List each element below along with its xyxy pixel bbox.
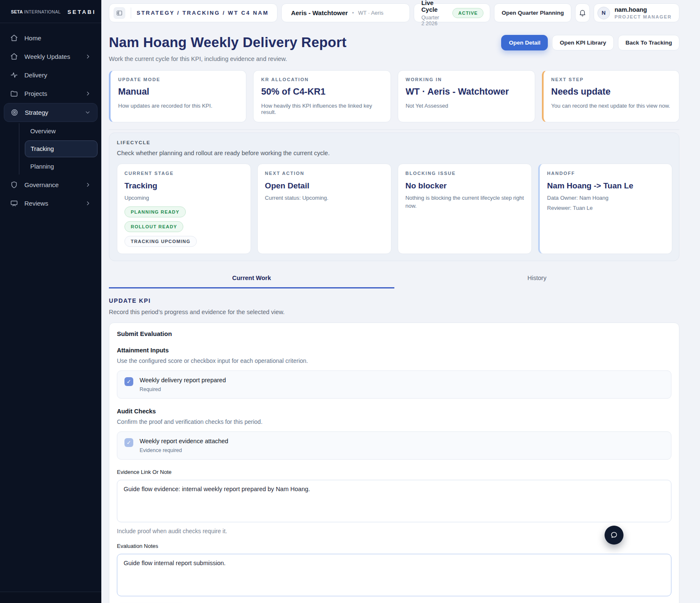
audit-check-text: Weekly report evidence attached Evidence… bbox=[140, 438, 228, 453]
update-mode-card: UPDATE MODE Manual How updates are recor… bbox=[109, 70, 246, 122]
attainment-inputs-title: Attainment Inputs bbox=[117, 347, 671, 354]
attainment-inputs-desc: Use the configured score or checkbox inp… bbox=[117, 357, 671, 364]
sidebar-footer bbox=[0, 592, 101, 603]
card-label: BLOCKING ISSUE bbox=[405, 171, 524, 176]
check-sub: Evidence required bbox=[140, 447, 228, 453]
user-role: PROJECT MANAGER bbox=[615, 14, 672, 19]
live-cycle-title: Live Cycle bbox=[421, 0, 442, 13]
avatar: N bbox=[597, 7, 610, 19]
audit-checkbox[interactable]: ✓ bbox=[124, 438, 133, 447]
tab-current-work[interactable]: Current Work bbox=[109, 270, 394, 288]
live-cycle-text: Live Cycle Quarter 2 2026 bbox=[421, 0, 442, 26]
sidebar-item-label: Weekly Updates bbox=[24, 53, 70, 60]
card-value: No blocker bbox=[405, 181, 524, 190]
divider bbox=[131, 8, 131, 19]
user-menu[interactable]: N nam.hoang PROJECT MANAGER bbox=[594, 3, 680, 22]
sidebar-item-overview[interactable]: Overview bbox=[25, 123, 98, 139]
card-label: CURRENT STAGE bbox=[124, 171, 243, 176]
weekly-updates-icon bbox=[10, 53, 18, 61]
rollout-ready-badge: ROLLOUT READY bbox=[124, 221, 183, 232]
delivery-activity-icon bbox=[10, 71, 18, 79]
section-divider bbox=[109, 130, 679, 130]
sidebar-item-planning[interactable]: Planning bbox=[25, 159, 98, 175]
card-desc: Current status: Upcoming. bbox=[265, 194, 384, 202]
main-content: STRATEGY / TRACKING / WT C4 NAM Aeris - … bbox=[101, 0, 700, 603]
kr-allocation-card: KR ALLOCATION 50% of C4-KR1 How heavily … bbox=[253, 70, 391, 122]
projects-folder-icon bbox=[10, 90, 18, 98]
handoff-card: HANDOFF Nam Hoang -> Tuan Le Data Owner:… bbox=[538, 164, 672, 254]
sidebar-item-tracking[interactable]: Tracking bbox=[25, 140, 98, 157]
sidebar-item-home[interactable]: Home bbox=[4, 29, 98, 47]
page-subtitle: Work the current cycle for this KPI, inc… bbox=[109, 56, 679, 62]
audit-checks-desc: Confirm the proof and verification check… bbox=[117, 418, 671, 425]
sidebar-item-label: Strategy bbox=[25, 109, 48, 116]
view-selector[interactable]: Aeris - Watchtower • WT · Aeris bbox=[281, 3, 410, 22]
update-kpi-heading: UPDATE KPI bbox=[109, 297, 679, 304]
update-kpi-desc: Record this period’s progress and eviden… bbox=[109, 309, 679, 315]
tracking-upcoming-badge: TRACKING UPCOMING bbox=[124, 236, 197, 247]
sidebar-collapse-button[interactable] bbox=[114, 7, 125, 19]
view-name: Aeris - Watchtower bbox=[291, 9, 348, 16]
evaluation-notes-input[interactable]: Guide flow internal report submission. bbox=[117, 554, 671, 596]
brand-logo-row: SETA INTERNATIONAL SETABI bbox=[0, 0, 101, 23]
card-desc: You can record the next update for this … bbox=[551, 103, 671, 109]
sidebar-nav: Home Weekly Updates Delivery Projects bbox=[0, 23, 101, 213]
check-sub: Required bbox=[140, 386, 226, 392]
sidebar-item-governance[interactable]: Governance bbox=[4, 176, 98, 194]
bell-icon bbox=[578, 9, 586, 17]
top-bar: STRATEGY / TRACKING / WT C4 NAM Aeris - … bbox=[109, 3, 679, 22]
page-title: Nam Hoang Weekly Delivery Report bbox=[109, 34, 346, 50]
view-separator-dot: • bbox=[352, 10, 354, 16]
evaluation-form: Submit Evaluation Attainment Inputs Use … bbox=[109, 323, 679, 603]
evidence-helper: Include proof when audit checks require … bbox=[117, 528, 671, 534]
sidebar-item-strategy[interactable]: Strategy bbox=[4, 103, 98, 122]
sidebar-item-label: Home bbox=[24, 34, 41, 42]
company-name: SETA INTERNATIONAL bbox=[11, 9, 61, 14]
planning-ready-badge: PLANNING READY bbox=[124, 206, 186, 217]
card-value: Manual bbox=[118, 87, 238, 97]
user-info: nam.hoang PROJECT MANAGER bbox=[615, 6, 672, 19]
card-value: WT · Aeris - Watchtower bbox=[406, 87, 527, 97]
open-quarter-planning-button[interactable]: Open Quarter Planning bbox=[494, 3, 571, 22]
card-label: UPDATE MODE bbox=[118, 77, 238, 82]
lifecycle-desc: Check whether planning and rollout are r… bbox=[117, 150, 672, 156]
blocking-issue-card: BLOCKING ISSUE No blocker Nothing is blo… bbox=[398, 164, 532, 254]
card-value: Nam Hoang -> Tuan Le bbox=[547, 181, 665, 190]
sidebar-item-label: Projects bbox=[24, 90, 47, 97]
back-to-tracking-button[interactable]: Back To Tracking bbox=[618, 35, 680, 50]
evidence-input[interactable]: Guide flow evidence: internal weekly rep… bbox=[117, 480, 671, 522]
open-detail-button[interactable]: Open Detail bbox=[501, 35, 548, 50]
governance-shield-icon bbox=[10, 181, 18, 189]
card-label: HANDOFF bbox=[547, 171, 665, 176]
attainment-check-text: Weekly delivery report prepared Required bbox=[140, 377, 226, 392]
live-cycle-card: Live Cycle Quarter 2 2026 ACTIVE bbox=[414, 3, 490, 22]
sidebar-item-weekly-updates[interactable]: Weekly Updates bbox=[4, 48, 98, 66]
user-name: nam.hoang bbox=[615, 6, 672, 13]
sidebar-item-delivery[interactable]: Delivery bbox=[4, 66, 98, 84]
sidebar-item-reviews[interactable]: Reviews bbox=[4, 194, 98, 212]
chat-fab-button[interactable] bbox=[605, 526, 623, 545]
stage-badges: PLANNING READY ROLLOUT READY TRACKING UP… bbox=[124, 206, 243, 247]
audit-check-row: ✓ Weekly report evidence attached Eviden… bbox=[117, 431, 671, 460]
strategy-submenu: Overview Tracking Planning bbox=[19, 123, 98, 175]
sidebar: SETA INTERNATIONAL SETABI Home Weekly Up… bbox=[0, 0, 101, 603]
tab-history[interactable]: History bbox=[394, 270, 680, 288]
open-kpi-library-button[interactable]: Open KPI Library bbox=[552, 35, 613, 50]
company-name-suffix: INTERNATIONAL bbox=[24, 9, 61, 14]
breadcrumb: STRATEGY / TRACKING / WT C4 NAM bbox=[137, 10, 269, 16]
card-value: Needs update bbox=[551, 87, 671, 97]
panel-collapse-icon bbox=[116, 10, 123, 16]
page-header: Nam Hoang Weekly Delivery Report Open De… bbox=[109, 34, 679, 50]
view-meta: WT · Aeris bbox=[358, 10, 383, 16]
card-value: 50% of C4-KR1 bbox=[261, 87, 383, 97]
company-name-bold: SETA bbox=[11, 9, 23, 14]
attainment-checkbox[interactable]: ✓ bbox=[124, 377, 133, 386]
page-actions: Open Detail Open KPI Library Back To Tra… bbox=[501, 35, 679, 50]
card-label: NEXT ACTION bbox=[265, 171, 384, 176]
summary-cards: UPDATE MODE Manual How updates are recor… bbox=[109, 70, 679, 122]
card-value: Tracking bbox=[124, 181, 243, 190]
lifecycle-label: LIFECYCLE bbox=[117, 140, 672, 145]
next-action-link[interactable]: Open Detail bbox=[265, 181, 384, 190]
sidebar-item-projects[interactable]: Projects bbox=[4, 85, 98, 103]
notifications-button[interactable] bbox=[575, 3, 590, 22]
